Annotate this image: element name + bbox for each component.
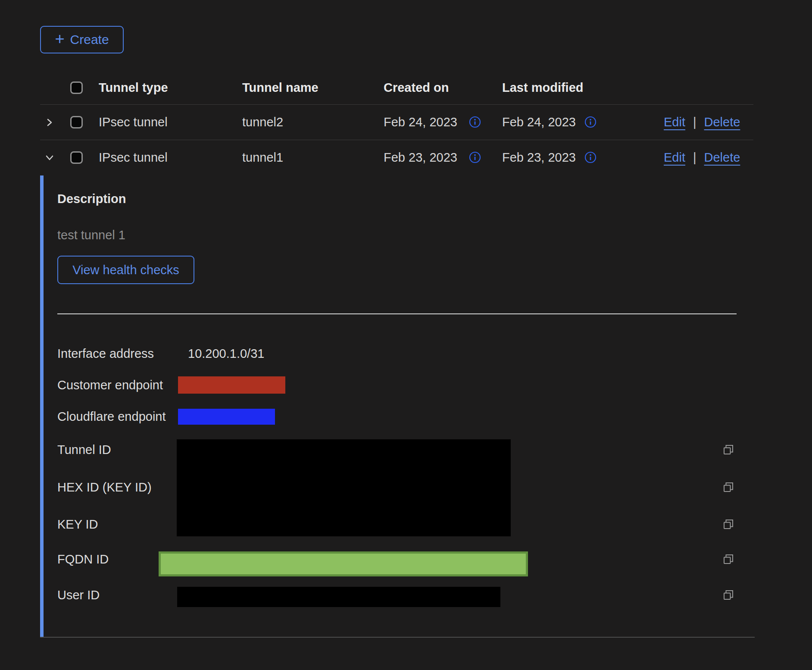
chevron-down-icon[interactable]	[44, 152, 56, 164]
field-label-user-id: User ID	[57, 586, 100, 604]
view-health-checks-button[interactable]: View health checks	[57, 256, 194, 284]
edit-link[interactable]: Edit	[664, 115, 685, 129]
row-actions: Edit | Delete	[664, 150, 740, 165]
edit-link[interactable]: Edit	[664, 150, 685, 165]
copy-icon[interactable]	[722, 589, 734, 601]
tunnels-table: Tunnel type Tunnel name Created on Last …	[40, 71, 753, 175]
row-checkbox[interactable]	[70, 116, 83, 128]
field-label-key-id: KEY ID	[57, 516, 98, 533]
create-button-label: Create	[70, 32, 109, 47]
field-label-hex-id: HEX ID (KEY ID)	[57, 479, 152, 496]
info-icon[interactable]	[584, 116, 597, 128]
tunnel-name-cell: tunnel2	[242, 115, 283, 129]
created-on-cell: Feb 24, 2023	[384, 115, 457, 129]
description-value: test tunnel 1	[57, 228, 125, 242]
copy-icon[interactable]	[722, 481, 734, 493]
info-icon[interactable]	[468, 151, 481, 164]
copy-icon[interactable]	[722, 553, 734, 565]
field-label-tunnel-id: Tunnel ID	[57, 441, 111, 458]
table-header-row: Tunnel type Tunnel name Created on Last …	[40, 71, 753, 105]
tunnels-page: + Create Tunnel type Tunnel name Created…	[0, 0, 812, 670]
row-checkbox[interactable]	[70, 151, 83, 164]
last-modified-cell: Feb 24, 2023	[502, 115, 576, 129]
copy-icon[interactable]	[722, 444, 734, 456]
info-icon[interactable]	[468, 116, 481, 128]
user-id-redacted-value	[177, 587, 500, 607]
actions-separator: |	[693, 115, 696, 129]
header-created-on: Created on	[384, 81, 449, 95]
section-divider	[57, 313, 737, 314]
copy-icon[interactable]	[722, 518, 734, 530]
field-label-customer-endpoint: Customer endpoint	[57, 376, 163, 394]
customer-endpoint-redacted-value	[178, 376, 285, 394]
table-row: IPsec tunnel tunnel1 Feb 23, 2023 Feb 23…	[40, 140, 753, 175]
row-actions: Edit | Delete	[664, 115, 740, 129]
fqdn-id-redacted-value	[159, 551, 528, 576]
field-label-interface-address: Interface address	[57, 345, 154, 362]
tunnel-type-cell: IPsec tunnel	[99, 115, 168, 129]
info-icon[interactable]	[584, 151, 597, 164]
table-row: IPsec tunnel tunnel2 Feb 24, 2023 Feb 24…	[40, 105, 753, 140]
expanded-row-details: Description test tunnel 1 View health ch…	[40, 175, 755, 638]
delete-link[interactable]: Delete	[704, 150, 740, 165]
delete-link[interactable]: Delete	[704, 115, 740, 129]
select-all-checkbox[interactable]	[70, 81, 83, 94]
cloudflare-endpoint-redacted-value	[178, 409, 275, 425]
description-label: Description	[57, 192, 126, 206]
field-label-cloudflare-endpoint: Cloudflare endpoint	[57, 408, 166, 425]
header-tunnel-name: Tunnel name	[242, 81, 319, 95]
chevron-right-icon[interactable]	[44, 116, 56, 128]
created-on-cell: Feb 23, 2023	[384, 150, 457, 165]
interface-address-value: 10.200.1.0/31	[188, 345, 264, 362]
field-label-fqdn-id: FQDN ID	[57, 551, 109, 568]
ids-redacted-value	[177, 439, 511, 536]
expanded-accent-bar	[40, 175, 44, 637]
create-button[interactable]: + Create	[40, 26, 124, 53]
tunnel-name-cell: tunnel1	[242, 150, 283, 165]
header-tunnel-type: Tunnel type	[99, 81, 168, 95]
plus-icon: +	[55, 31, 64, 47]
actions-separator: |	[693, 150, 696, 165]
last-modified-cell: Feb 23, 2023	[502, 150, 576, 165]
tunnel-type-cell: IPsec tunnel	[99, 150, 168, 165]
header-last-modified: Last modified	[502, 81, 584, 95]
